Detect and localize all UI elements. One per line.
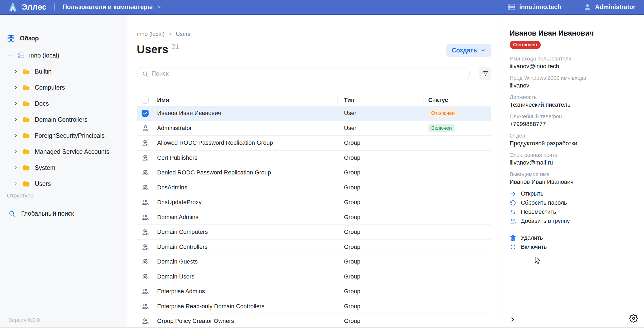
cell-type: Group xyxy=(338,273,423,280)
domain-indicator[interactable]: inno.inno.tech xyxy=(507,3,561,11)
cell-name: Enterprise Admins xyxy=(152,288,338,295)
action-link[interactable]: Удалить xyxy=(510,233,640,242)
table-row[interactable]: Enterprise Admins Group xyxy=(137,284,491,299)
table-row[interactable]: DnsUpdateProxy Group xyxy=(137,195,491,210)
action-link[interactable]: Добавить в группу xyxy=(510,216,640,226)
group-icon xyxy=(142,213,149,221)
group-icon xyxy=(142,243,149,251)
table-row[interactable]: DnsAdmins Group xyxy=(137,180,491,195)
column-header-type[interactable]: Тип xyxy=(338,97,423,104)
column-header-status[interactable]: Статус xyxy=(423,97,491,104)
search-input[interactable] xyxy=(151,70,465,77)
table-row[interactable]: Denied RODC Password Replication Group G… xyxy=(137,165,491,180)
create-button-label: Создать xyxy=(452,47,477,54)
create-button[interactable]: Создать xyxy=(446,44,491,57)
chevron-right-icon[interactable] xyxy=(13,165,18,170)
tree-item[interactable]: ForeignSecurityPrincipals xyxy=(0,128,127,144)
chevron-right-icon xyxy=(168,32,173,36)
folder-icon xyxy=(22,116,30,124)
cell-name: Denied RODC Password Replication Group xyxy=(152,169,338,176)
group-icon xyxy=(142,139,149,147)
status-badge: Включен xyxy=(428,124,455,132)
field-label: Должность xyxy=(510,93,640,101)
table-row[interactable]: Domain Guests Group xyxy=(137,254,491,269)
sidebar-item-global-search[interactable]: Глобальный поиск xyxy=(0,205,127,222)
chevron-right-icon[interactable] xyxy=(13,85,18,90)
filter-icon xyxy=(482,70,489,77)
tree-item[interactable]: Users xyxy=(0,176,127,192)
settings-button[interactable] xyxy=(629,314,638,323)
tree-root-label: inno (local) xyxy=(29,52,59,59)
cell-name: Administrator xyxy=(152,125,338,132)
table-row[interactable]: Domain Admins Group xyxy=(137,210,491,225)
table-row[interactable]: Иванов Иван Иванович User Отключен xyxy=(137,106,491,121)
chevron-down-icon[interactable] xyxy=(7,52,13,58)
table-row[interactable]: Cert Publishers Group xyxy=(137,151,491,166)
account-menu[interactable]: Administrator xyxy=(584,3,635,11)
main-content: inno (local) Users Users 21 Создать Имя … xyxy=(128,15,502,328)
tree-item-label: Computers xyxy=(35,84,65,91)
tree-item[interactable]: Domain Controllers xyxy=(0,112,127,128)
table-row[interactable]: Group Policy Creator Owners Group xyxy=(137,314,491,328)
tree-item-label: Docs xyxy=(35,100,49,107)
cell-status: Включен xyxy=(423,124,491,132)
group-icon xyxy=(142,273,149,280)
search-bar xyxy=(137,67,470,80)
status-badge: Отключен xyxy=(428,109,458,117)
chevron-right-icon[interactable] xyxy=(13,133,18,138)
select-all-checkbox[interactable] xyxy=(142,97,149,104)
table-row[interactable]: Enterprise Read-only Domain Controllers … xyxy=(137,299,491,314)
filter-button[interactable] xyxy=(479,67,491,80)
action-link[interactable]: Открыть xyxy=(510,189,640,198)
cell-type: Group xyxy=(338,169,423,176)
chevron-right-icon[interactable] xyxy=(13,117,18,122)
action-icon xyxy=(510,209,516,215)
table-row[interactable]: Domain Computers Group xyxy=(137,225,491,240)
chevron-right-icon[interactable] xyxy=(13,101,18,106)
field-value: +7999888777 xyxy=(510,120,640,128)
detail-actions: Открыть Сбросить пароль Переместить Доба… xyxy=(510,189,640,251)
chevron-right-icon xyxy=(509,316,516,323)
action-link[interactable]: Переместить xyxy=(510,207,640,216)
chevron-right-icon[interactable] xyxy=(13,149,18,154)
tree-item[interactable]: Builtin xyxy=(0,63,127,79)
cell-type: Group xyxy=(338,258,423,265)
field-value: Технический писатель xyxy=(510,101,640,109)
table-row[interactable]: Allowed RODC Password Replication Group … xyxy=(137,136,491,151)
collapse-panel-button[interactable] xyxy=(509,315,517,323)
chevron-right-icon[interactable] xyxy=(13,69,18,74)
user-icon xyxy=(142,124,149,132)
chevron-right-icon[interactable] xyxy=(13,181,18,186)
table-row[interactable]: Domain Controllers Group xyxy=(137,240,491,255)
row-checkbox[interactable] xyxy=(142,110,149,117)
tree-item[interactable]: Docs xyxy=(0,96,127,112)
detail-field: Пред-Windows 2000 имя входа iiivanov xyxy=(510,74,640,90)
detail-panel: Иванов Иван Иванович Отключен Имя входа … xyxy=(502,15,644,328)
cell-name: Domain Computers xyxy=(152,228,338,235)
detail-field: Выводимое имя Иванов Иван Иванович xyxy=(510,170,640,186)
detail-status-badge: Отключен xyxy=(510,41,541,49)
detail-field: Служебный телефон +7999888777 xyxy=(510,113,640,128)
table-row[interactable]: Administrator User Включен xyxy=(137,121,491,136)
mouse-cursor-icon xyxy=(534,256,541,265)
group-icon xyxy=(142,288,149,295)
action-link[interactable]: Сбросить пароль xyxy=(510,198,640,207)
top-bar: Эллес Пользователи и компьютеры inno.inn… xyxy=(0,0,644,15)
tree-item[interactable]: System xyxy=(0,160,127,176)
tree-root-inno-local[interactable]: inno (local) xyxy=(0,47,127,63)
tree-item[interactable]: Computers xyxy=(0,79,127,96)
chevron-down-icon xyxy=(480,48,486,53)
grid-icon xyxy=(7,34,15,42)
action-label: Переместить xyxy=(521,209,556,215)
sidebar-item-overview[interactable]: Обзор xyxy=(0,30,127,46)
action-link[interactable]: Включить xyxy=(510,242,640,251)
breadcrumb-root[interactable]: inno (local) xyxy=(137,31,165,37)
table-row[interactable]: Domain Users Group xyxy=(137,269,491,284)
app-version: Версия 0.0.0 xyxy=(8,317,40,323)
field-label: Выводимое имя xyxy=(510,170,640,178)
action-icon xyxy=(510,190,516,197)
item-count: 21 xyxy=(172,43,179,51)
module-dropdown[interactable]: Пользователи и компьютеры xyxy=(63,3,163,11)
tree-item[interactable]: Managed Service Accounts xyxy=(0,144,127,160)
column-header-name[interactable]: Имя xyxy=(152,97,338,104)
